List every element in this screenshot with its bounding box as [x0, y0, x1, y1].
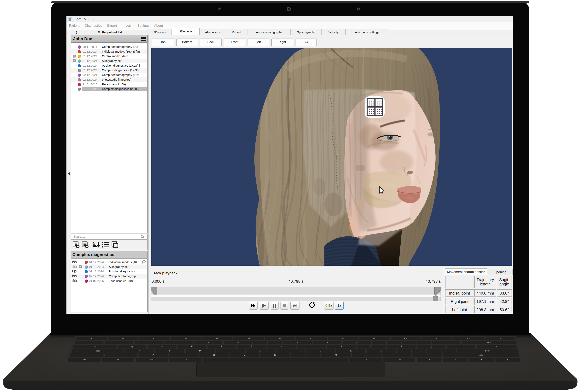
svg-text:.: .: [396, 354, 397, 356]
svg-text:▶: ▶: [507, 359, 509, 361]
svg-text:6: 6: [267, 341, 268, 344]
svg-text:L: L: [380, 350, 382, 352]
svg-text:F8: F8: [342, 337, 344, 339]
svg-text:F: F: [230, 350, 231, 352]
svg-text:H: H: [290, 350, 291, 352]
svg-text:1: 1: [119, 341, 120, 344]
svg-text:▲: ▲: [454, 359, 456, 361]
svg-text:5: 5: [237, 341, 239, 344]
svg-text:4: 4: [208, 341, 209, 344]
svg-text:Shift: Shift: [102, 354, 106, 356]
svg-text:S: S: [169, 350, 170, 352]
svg-text:Win: Win: [150, 359, 153, 361]
svg-text:P: P: [401, 345, 402, 348]
svg-text:J: J: [320, 350, 321, 352]
svg-text:G: G: [260, 350, 261, 352]
svg-text:F10: F10: [404, 337, 407, 339]
svg-text:B: B: [274, 354, 276, 356]
svg-text:Ctrl: Ctrl: [83, 359, 86, 361]
svg-text:F1: F1: [122, 337, 124, 339]
svg-text:Ctrl: Ctrl: [398, 359, 401, 361]
svg-text:X: X: [183, 354, 184, 356]
svg-text:': ': [441, 350, 441, 352]
svg-text:Caps: Caps: [96, 350, 100, 352]
svg-text:F4: F4: [216, 337, 218, 339]
svg-text:Z: Z: [152, 354, 154, 356]
svg-text:Q: Q: [131, 345, 133, 348]
svg-text:,: ,: [366, 354, 367, 356]
svg-text:F9: F9: [373, 337, 375, 339]
svg-text:Bksp: Bksp: [487, 342, 491, 344]
svg-text:2: 2: [148, 341, 149, 344]
svg-text:▼: ▼: [481, 359, 482, 361]
svg-text:Alt: Alt: [365, 359, 367, 361]
svg-text:3: 3: [178, 341, 179, 344]
svg-text:D: D: [199, 350, 201, 352]
svg-text:Y: Y: [281, 345, 283, 348]
svg-text:;: ;: [411, 350, 412, 352]
svg-text:M: M: [335, 354, 337, 356]
svg-text:0: 0: [386, 341, 387, 344]
svg-text:F5: F5: [248, 337, 250, 339]
svg-text:F6: F6: [279, 337, 281, 339]
svg-text:F12: F12: [467, 337, 470, 339]
svg-text:A: A: [139, 350, 141, 352]
svg-text:C: C: [213, 354, 215, 356]
svg-text:W: W: [161, 345, 163, 348]
svg-text:F3: F3: [185, 337, 187, 339]
svg-text:7: 7: [297, 341, 298, 344]
svg-text:Shift: Shift: [479, 354, 483, 356]
svg-text:\\: \\: [496, 346, 497, 348]
svg-text:E: E: [191, 345, 192, 348]
svg-text:Tab: Tab: [94, 346, 97, 348]
svg-text:F7: F7: [310, 337, 312, 339]
svg-text:F2: F2: [153, 337, 155, 339]
svg-text:F11: F11: [436, 337, 439, 339]
svg-text:◀: ◀: [429, 359, 430, 361]
svg-text:Esc: Esc: [90, 337, 93, 339]
svg-text:9: 9: [356, 341, 357, 344]
svg-text:8: 8: [327, 341, 328, 344]
svg-text:Alt: Alt: [185, 359, 187, 361]
svg-text:K: K: [350, 350, 352, 352]
svg-text:=: =: [446, 341, 447, 344]
svg-text:]: ]: [461, 345, 461, 348]
svg-text:`: `: [89, 341, 90, 344]
svg-text:-: -: [416, 341, 417, 344]
svg-text:Fn: Fn: [117, 359, 120, 361]
svg-text:T: T: [251, 345, 252, 348]
svg-text:Del: Del: [499, 337, 501, 339]
svg-text:O: O: [371, 345, 372, 348]
svg-text:Enter: Enter: [485, 350, 490, 352]
svg-text:V: V: [244, 354, 245, 356]
svg-text:R: R: [221, 345, 223, 348]
svg-text:[: [: [431, 345, 432, 348]
svg-text:N: N: [305, 354, 306, 356]
svg-text:I: I: [341, 345, 342, 348]
svg-text:U: U: [311, 345, 312, 348]
